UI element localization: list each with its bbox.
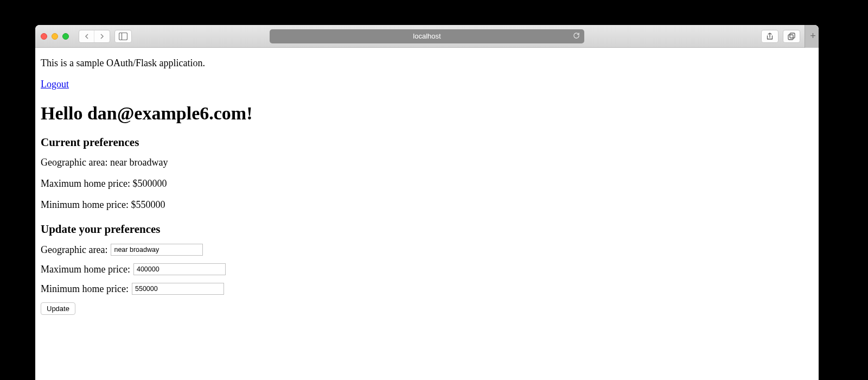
toolbar-right-group: + [761,30,815,43]
form-min-label: Minimum home price: [41,283,129,295]
pref-min-row: Minimum home price: $550000 [41,199,813,211]
browser-window: localhost + This is a sample OAuth/Flask… [35,25,819,380]
address-bar-wrapper: localhost [270,29,584,43]
form-geo-input[interactable] [111,244,203,256]
pref-geo-row: Geographic area: near broadway [41,157,813,168]
browser-toolbar: localhost + [35,25,819,48]
form-max-label: Maximum home price: [41,264,130,275]
greeting-heading: Hello dan@example6.com! [41,103,813,124]
window-controls [41,33,69,40]
new-tab-button[interactable]: + [805,25,819,48]
intro-text: This is a sample OAuth/Flask application… [41,58,813,69]
svg-rect-3 [790,33,795,38]
page-content: This is a sample OAuth/Flask application… [35,48,819,380]
reload-icon[interactable] [573,32,580,41]
form-row-min: Minimum home price: [41,283,813,295]
forward-button[interactable] [94,30,110,42]
address-text: localhost [413,32,441,40]
pref-geo-value: near broadway [110,157,168,168]
pref-max-label: Maximum home price: [41,178,130,189]
pref-max-row: Maximum home price: $500000 [41,178,813,189]
update-button[interactable]: Update [41,302,75,315]
form-geo-label: Geographic area: [41,244,107,256]
logout-link[interactable]: Logout [41,79,69,90]
svg-rect-0 [119,33,127,40]
form-row-max: Maximum home price: [41,263,813,275]
nav-buttons-group [79,30,110,43]
pref-min-value: $550000 [131,199,165,210]
form-min-input[interactable] [132,283,224,295]
svg-rect-2 [788,35,793,40]
address-bar[interactable]: localhost [270,29,584,43]
sidebar-toggle-button[interactable] [114,30,132,43]
maximize-window-button[interactable] [62,33,69,40]
pref-geo-label: Geographic area: [41,157,107,168]
update-prefs-heading: Update your preferences [41,223,813,236]
form-max-input[interactable] [133,263,226,275]
tabs-button[interactable] [783,30,800,43]
close-window-button[interactable] [41,33,47,40]
share-button[interactable] [761,30,778,43]
pref-max-value: $500000 [132,178,167,189]
pref-min-label: Minimum home price: [41,199,129,210]
form-row-geo: Geographic area: [41,244,813,256]
back-button[interactable] [79,30,94,42]
form-row-submit: Update [41,302,813,315]
minimize-window-button[interactable] [52,33,58,40]
current-prefs-heading: Current preferences [41,136,813,149]
